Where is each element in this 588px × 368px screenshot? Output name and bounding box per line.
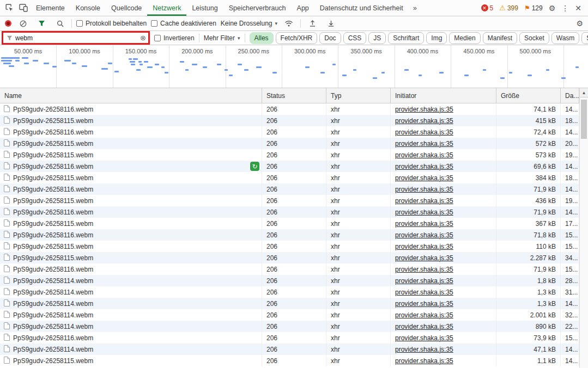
invert-filter-checkbox[interactable]: Invertieren xyxy=(154,34,195,42)
cell-name[interactable]: PpS9gudv-26258116.webm xyxy=(0,126,262,138)
table-row[interactable]: PpS9gudv-26258114.webm206xhrprovider.sha… xyxy=(0,344,579,355)
settings-gear-icon[interactable]: ⚙ xyxy=(549,4,556,13)
tab-quellcode[interactable]: Quellcode xyxy=(106,0,147,16)
column-header-initiator[interactable]: Initiator xyxy=(391,88,496,103)
more-filters-button[interactable]: Mehr Filter ▾ xyxy=(204,34,240,42)
cell-name[interactable]: PpS9gudv-26258116.webm xyxy=(0,263,262,275)
initiator-link[interactable]: provider.shaka.js:35 xyxy=(395,334,453,342)
initiator-link[interactable]: provider.shaka.js:35 xyxy=(395,346,453,353)
filter-pill-schriftart[interactable]: Schriftart xyxy=(388,32,424,44)
table-row[interactable]: PpS9gudv-26258114.webm206xhrprovider.sha… xyxy=(0,275,579,286)
filter-pill-js[interactable]: JS xyxy=(368,32,386,44)
table-row[interactable]: PpS9gudv-26258115.webm206xhrprovider.sha… xyxy=(0,355,579,366)
cell-name[interactable]: PpS9gudv-26258115.webm xyxy=(0,355,262,366)
table-row[interactable]: PpS9gudv-26258115.webm206xhrprovider.sha… xyxy=(0,138,579,149)
initiator-link[interactable]: provider.shaka.js:35 xyxy=(395,208,453,216)
tab-netzwerk[interactable]: Netzwerk xyxy=(147,0,186,16)
import-har-icon[interactable] xyxy=(305,17,319,30)
clear-network-log-icon[interactable] xyxy=(16,17,30,30)
tab-leistung[interactable]: Leistung xyxy=(186,0,223,16)
table-row[interactable]: PpS9gudv-26258114.webm206xhrprovider.sha… xyxy=(0,321,579,332)
initiator-link[interactable]: provider.shaka.js:35 xyxy=(395,197,453,205)
cell-name[interactable]: PpS9gudv-26258115.webm xyxy=(0,252,262,263)
kebab-menu-icon[interactable]: ⋮ xyxy=(561,4,569,13)
export-har-icon[interactable] xyxy=(324,17,338,30)
cell-name[interactable]: PpS9gudv-26258116.webm xyxy=(0,206,262,218)
filter-pill-alles[interactable]: Alles xyxy=(250,32,274,44)
cell-name[interactable]: PpS9gudv-26258115.webm xyxy=(0,218,262,229)
record-network-log-button[interactable] xyxy=(5,20,11,27)
cell-name[interactable]: PpS9gudv-26258115.webm xyxy=(0,149,262,161)
table-row[interactable]: PpS9gudv-26258115.webm206xhrprovider.sha… xyxy=(0,115,579,126)
initiator-link[interactable]: provider.shaka.js:35 xyxy=(395,266,453,273)
filter-funnel-icon[interactable] xyxy=(34,17,49,30)
cell-name[interactable]: PpS9gudv-26258114.webm xyxy=(0,286,262,298)
table-row[interactable]: PpS9gudv-26258115.webm206xhrprovider.sha… xyxy=(0,149,579,161)
initiator-link[interactable]: provider.shaka.js:35 xyxy=(395,311,453,319)
table-row[interactable]: PpS9gudv-26258115.webm206xhrprovider.sha… xyxy=(0,172,579,183)
filter-pill-socket[interactable]: Socket xyxy=(519,32,549,44)
initiator-link[interactable]: provider.shaka.js:35 xyxy=(395,357,453,365)
table-row[interactable]: PpS9gudv-26258115.webm206xhrprovider.sha… xyxy=(0,218,579,229)
initiator-link[interactable]: provider.shaka.js:35 xyxy=(395,140,453,148)
cell-name[interactable]: PpS9gudv-26258115.webm xyxy=(0,115,262,126)
cell-name[interactable]: PpS9gudv-26258114.webm xyxy=(0,275,262,286)
cell-name[interactable]: PpS9gudv-26258114.webm xyxy=(0,298,262,309)
warning-count-badge[interactable]: ⚠ 399 xyxy=(499,4,518,12)
table-row[interactable]: PpS9gudv-26258116.webm206xhrprovider.sha… xyxy=(0,126,579,138)
initiator-link[interactable]: provider.shaka.js:35 xyxy=(395,254,453,262)
cell-name[interactable]: PpS9gudv-26258116.webm xyxy=(0,183,262,195)
table-row[interactable]: PpS9gudv-26258116.webm206xhrprovider.sha… xyxy=(0,183,579,195)
initiator-link[interactable]: provider.shaka.js:35 xyxy=(395,277,453,285)
filter-pill-sonstige[interactable]: Sonstige xyxy=(581,32,588,44)
initiator-link[interactable]: provider.shaka.js:35 xyxy=(395,186,453,193)
inspect-element-icon[interactable] xyxy=(2,2,16,15)
filter-pill-wasm[interactable]: Wasm xyxy=(551,32,580,44)
cell-name[interactable]: PpS9gudv-26258114.webm xyxy=(0,344,262,355)
filter-pill-manifest[interactable]: Manifest xyxy=(483,32,517,44)
filter-pill-medien[interactable]: Medien xyxy=(449,32,480,44)
initiator-link[interactable]: provider.shaka.js:35 xyxy=(395,243,453,250)
filter-pill-img[interactable]: Img xyxy=(426,32,447,44)
filter-pill-css[interactable]: CSS xyxy=(343,32,367,44)
error-count-badge[interactable]: ✕ 5 xyxy=(481,4,494,12)
cell-name[interactable]: PpS9gudv-26258114.webm xyxy=(0,309,262,321)
initiator-link[interactable]: provider.shaka.js:35 xyxy=(395,163,453,170)
tab-datenschutz-und-sicherheit[interactable]: Datenschutz und Sicherheit xyxy=(314,0,409,16)
initiator-link[interactable]: provider.shaka.js:35 xyxy=(395,117,453,125)
cell-name[interactable]: PpS9gudv-26258116.webm xyxy=(0,161,262,172)
initiator-link[interactable]: provider.shaka.js:35 xyxy=(395,300,453,308)
filter-pill-fetch-xhr[interactable]: Fetch/XHR xyxy=(276,32,318,44)
network-settings-gear-icon[interactable]: ⚙ xyxy=(576,19,583,28)
cell-name[interactable]: PpS9gudv-26258114.webm xyxy=(0,321,262,332)
initiator-link[interactable]: provider.shaka.js:35 xyxy=(395,289,453,296)
timeline-overview[interactable]: 50.000 ms100.000 ms150.000 ms200.000 ms2… xyxy=(0,45,588,88)
more-tabs-chevron-icon[interactable]: » xyxy=(409,4,421,12)
cell-name[interactable]: PpS9gudv-26258115.webm xyxy=(0,195,262,206)
column-header-da[interactable]: Da... xyxy=(561,88,579,103)
cell-name[interactable]: PpS9gudv-26258115.webm xyxy=(0,241,262,252)
column-header-typ[interactable]: Typ xyxy=(326,88,391,103)
table-row[interactable]: PpS9gudv-26258115.webm206xhrprovider.sha… xyxy=(0,241,579,252)
search-icon[interactable] xyxy=(53,17,67,30)
cell-name[interactable]: PpS9gudv-26258116.webm xyxy=(0,229,262,241)
table-row[interactable]: PpS9gudv-26258115.webm206xhrprovider.sha… xyxy=(0,252,579,263)
table-row[interactable]: PpS9gudv-26258114.webm206xhrprovider.sha… xyxy=(0,309,579,321)
initiator-link[interactable]: provider.shaka.js:35 xyxy=(395,151,453,159)
table-row[interactable]: PpS9gudv-26258116.webm206xhrprovider.sha… xyxy=(0,206,579,218)
table-row[interactable]: PpS9gudv-26258114.webm206xhrprovider.sha… xyxy=(0,286,579,298)
vertical-scrollbar[interactable]: ▲ xyxy=(579,88,588,368)
column-header-status[interactable]: Status xyxy=(262,88,326,103)
table-row[interactable]: PpS9gudv-26258116.webm206xhrprovider.sha… xyxy=(0,229,579,241)
column-header-name[interactable]: Name xyxy=(0,88,262,103)
cell-name[interactable]: PpS9gudv-26258116.webm xyxy=(0,332,262,344)
table-row[interactable]: PpS9gudv-26258116.webm206xhrprovider.sha… xyxy=(0,263,579,275)
column-header-gr-e[interactable]: Größe xyxy=(496,88,561,103)
table-row[interactable]: PpS9gudv-26258116.webm206xhrprovider.sha… xyxy=(0,103,579,115)
preserve-log-checkbox[interactable]: Protokoll beibehalten xyxy=(76,20,147,27)
initiator-link[interactable]: provider.shaka.js:35 xyxy=(395,174,453,182)
tab-elemente[interactable]: Elemente xyxy=(31,0,70,16)
cell-name[interactable]: PpS9gudv-26258115.webm xyxy=(0,138,262,149)
tab-app[interactable]: App xyxy=(292,0,314,16)
cell-name[interactable]: PpS9gudv-26258116.webm xyxy=(0,103,262,115)
